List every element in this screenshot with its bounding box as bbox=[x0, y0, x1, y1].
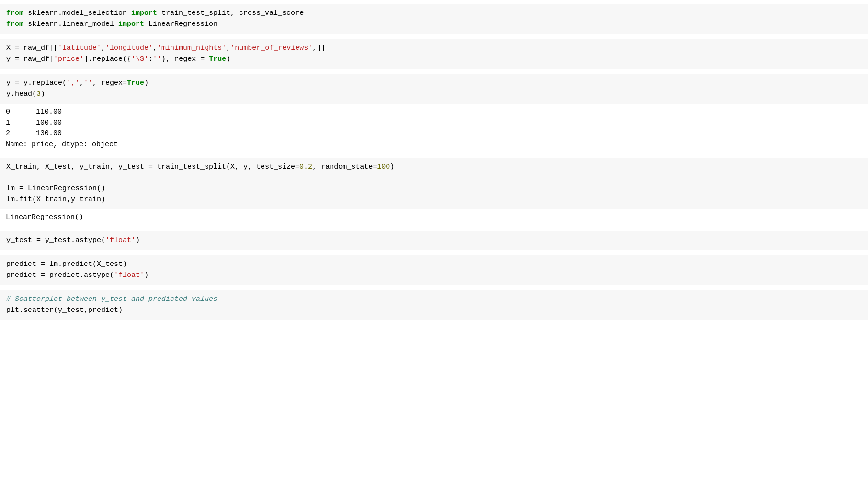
code-line: y = y.replace(',','', regex=True) bbox=[6, 78, 862, 89]
code-cell-5[interactable]: y_test = y_test.astype('float') bbox=[0, 231, 868, 251]
code-line: from sklearn.linear_model import LinearR… bbox=[6, 19, 862, 30]
keyword-import: import bbox=[131, 9, 157, 17]
keyword-from: from bbox=[6, 9, 23, 17]
code-line: lm.fit(X_train,y_train) bbox=[6, 195, 862, 206]
cell-4-output: LinearRegression() bbox=[0, 209, 868, 226]
keyword-import: import bbox=[118, 20, 144, 28]
code-cell-7[interactable]: # Scatterplot between y_test and predict… bbox=[0, 290, 868, 320]
code-line bbox=[6, 173, 862, 184]
code-cell-4[interactable]: X_train, X_test, y_train, y_test = train… bbox=[0, 158, 868, 209]
keyword-from: from bbox=[6, 20, 23, 28]
cell-group-3: y = y.replace(',','', regex=True) y.head… bbox=[0, 74, 868, 153]
code-cell-6[interactable]: predict = lm.predict(X_test) predict = p… bbox=[0, 255, 868, 285]
cell-group-2: X = raw_df[['latitude','longitude','mini… bbox=[0, 39, 868, 69]
cell-group-6: predict = lm.predict(X_test) predict = p… bbox=[0, 255, 868, 285]
code-line: predict = predict.astype('float') bbox=[6, 270, 862, 281]
code-cell-1[interactable]: from sklearn.model_selection import trai… bbox=[0, 4, 868, 34]
notebook: from sklearn.model_selection import trai… bbox=[0, 0, 868, 483]
cell-group-1: from sklearn.model_selection import trai… bbox=[0, 4, 868, 34]
cell-group-7: # Scatterplot between y_test and predict… bbox=[0, 290, 868, 320]
code-line: X_train, X_test, y_train, y_test = train… bbox=[6, 162, 862, 173]
code-line: y = raw_df['price'].replace({'\$':''}, r… bbox=[6, 54, 862, 65]
code-line: from sklearn.model_selection import trai… bbox=[6, 8, 862, 19]
cell-group-5: y_test = y_test.astype('float') bbox=[0, 231, 868, 251]
code-cell-2[interactable]: X = raw_df[['latitude','longitude','mini… bbox=[0, 39, 868, 69]
code-line: plt.scatter(y_test,predict) bbox=[6, 305, 862, 316]
cell-group-4: X_train, X_test, y_train, y_test = train… bbox=[0, 158, 868, 226]
keyword-true: True bbox=[209, 55, 226, 63]
cell-3-output: 0 110.00 1 100.00 2 130.00 Name: price, … bbox=[0, 104, 868, 153]
code-cell-3[interactable]: y = y.replace(',','', regex=True) y.head… bbox=[0, 74, 868, 104]
code-line: predict = lm.predict(X_test) bbox=[6, 259, 862, 270]
code-line: # Scatterplot between y_test and predict… bbox=[6, 294, 862, 305]
keyword-true: True bbox=[127, 79, 144, 87]
code-line: lm = LinearRegression() bbox=[6, 184, 862, 195]
code-line: y_test = y_test.astype('float') bbox=[6, 235, 862, 246]
code-line: y.head(3) bbox=[6, 89, 862, 100]
code-line: X = raw_df[['latitude','longitude','mini… bbox=[6, 43, 862, 54]
